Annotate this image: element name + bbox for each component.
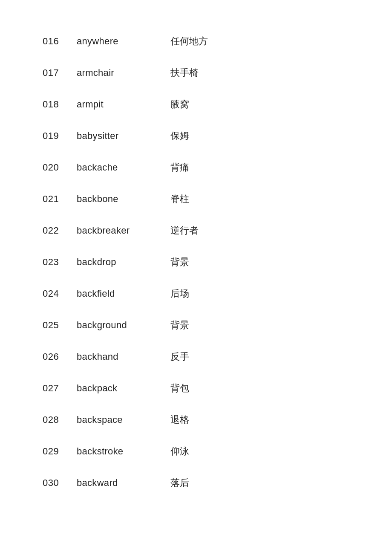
list-item: 017armchair扶手椅 <box>43 57 349 89</box>
list-item: 029backstroke仰泳 <box>43 436 349 467</box>
list-item: 023backdrop背景 <box>43 246 349 278</box>
list-item: 021backbone脊柱 <box>43 183 349 215</box>
list-item: 028backspace退格 <box>43 404 349 436</box>
list-item: 022backbreaker逆行者 <box>43 215 349 246</box>
list-item: 019babysitter保姆 <box>43 120 349 152</box>
list-item: 025background背景 <box>43 309 349 341</box>
vocab-number: 018 <box>43 99 77 110</box>
vocab-number: 024 <box>43 288 77 299</box>
vocab-english: backdrop <box>77 257 170 268</box>
vocab-chinese: 仰泳 <box>170 445 189 458</box>
vocab-english: backstroke <box>77 446 170 457</box>
list-item: 030backward落后 <box>43 467 349 499</box>
list-item: 018armpit腋窝 <box>43 89 349 120</box>
vocab-number: 030 <box>43 477 77 489</box>
vocab-chinese: 扶手椅 <box>170 66 199 79</box>
vocab-english: backward <box>77 477 170 489</box>
vocab-english: backbone <box>77 194 170 205</box>
vocab-chinese: 背景 <box>170 256 189 269</box>
vocab-english: backache <box>77 162 170 173</box>
vocab-number: 023 <box>43 257 77 268</box>
vocab-english: background <box>77 320 170 331</box>
vocab-number: 025 <box>43 320 77 331</box>
vocab-english: armpit <box>77 99 170 110</box>
vocab-chinese: 反手 <box>170 350 189 363</box>
vocab-number: 017 <box>43 67 77 78</box>
vocab-chinese: 后场 <box>170 287 189 300</box>
list-item: 024backfield后场 <box>43 278 349 309</box>
vocab-number: 022 <box>43 225 77 236</box>
list-item: 026backhand反手 <box>43 341 349 373</box>
list-item: 027backpack背包 <box>43 373 349 404</box>
vocab-chinese: 背包 <box>170 382 189 395</box>
vocab-english: backpack <box>77 383 170 394</box>
list-item: 020backache背痛 <box>43 152 349 183</box>
vocab-chinese: 脊柱 <box>170 193 189 205</box>
vocab-number: 019 <box>43 130 77 142</box>
vocab-chinese: 腋窝 <box>170 98 189 111</box>
vocab-number: 028 <box>43 414 77 425</box>
vocab-english: backspace <box>77 414 170 425</box>
vocab-english: babysitter <box>77 130 170 142</box>
vocab-number: 026 <box>43 351 77 362</box>
vocab-english: armchair <box>77 67 170 78</box>
vocab-chinese: 落后 <box>170 477 189 489</box>
vocab-number: 020 <box>43 162 77 173</box>
vocab-english: anywhere <box>77 36 170 47</box>
vocab-number: 029 <box>43 446 77 457</box>
vocab-chinese: 保姆 <box>170 130 189 142</box>
vocab-chinese: 背痛 <box>170 161 189 174</box>
vocab-chinese: 背景 <box>170 319 189 332</box>
vocab-number: 027 <box>43 383 77 394</box>
vocab-number: 021 <box>43 194 77 205</box>
vocab-number: 016 <box>43 36 77 47</box>
vocab-chinese: 逆行者 <box>170 224 199 237</box>
vocab-english: backbreaker <box>77 225 170 236</box>
vocab-chinese: 退格 <box>170 413 189 426</box>
list-item: 016anywhere任何地方 <box>43 26 349 57</box>
vocab-chinese: 任何地方 <box>170 35 208 48</box>
vocab-list: 016anywhere任何地方017armchair扶手椅018armpit腋窝… <box>43 26 349 499</box>
vocab-english: backhand <box>77 351 170 362</box>
vocab-english: backfield <box>77 288 170 299</box>
